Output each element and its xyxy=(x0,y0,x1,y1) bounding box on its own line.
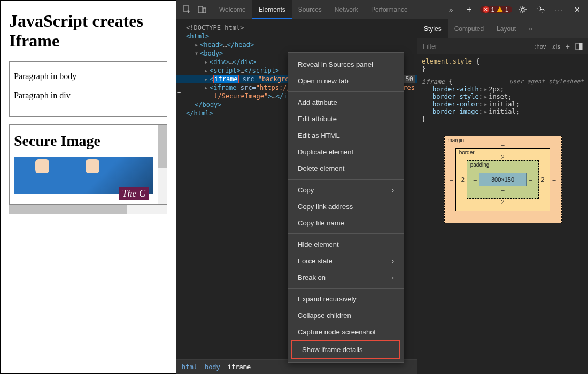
ctx-edit-html[interactable]: Edit as HTML xyxy=(288,127,404,144)
ctx-copy-file[interactable]: Copy file name xyxy=(288,215,404,231)
paragraph-box: Paragraph in body Paragraph in div xyxy=(9,61,167,117)
tab-network[interactable]: Network xyxy=(328,0,365,19)
iframe-badge: The C xyxy=(119,187,149,200)
error-icon: ✕ xyxy=(483,6,489,13)
more-tabs-icon[interactable]: » xyxy=(522,19,539,38)
bm-margin-label: margin xyxy=(448,137,465,143)
filter-input[interactable] xyxy=(417,43,530,50)
tab-performance[interactable]: Performance xyxy=(365,0,414,19)
gutter-dots-icon: ⋯ xyxy=(177,89,182,96)
prop-border-width[interactable]: border-width xyxy=(432,85,479,93)
bm-border-label: border xyxy=(459,150,475,155)
prop-border-style[interactable]: border-style xyxy=(432,93,479,100)
more-tabs-icon[interactable]: » xyxy=(445,3,458,16)
ctx-separator xyxy=(288,91,404,92)
ctx-expand[interactable]: Expand recursively xyxy=(288,291,404,307)
dom-ellipsis: … xyxy=(272,92,275,100)
new-rule-icon[interactable]: + xyxy=(566,42,570,51)
rule-element-style[interactable]: element.style xyxy=(422,58,472,65)
scrollbar-vertical[interactable] xyxy=(158,125,167,204)
line-end-text: res xyxy=(403,84,415,91)
box-model[interactable]: margin – – border 2 2 padding – xyxy=(444,136,562,223)
bm-padding-right: – xyxy=(529,176,532,183)
close-icon[interactable]: ✕ xyxy=(571,3,584,16)
dim-badge: 50 xyxy=(404,75,415,83)
dom-ellipsis: … xyxy=(241,67,244,74)
dom-iframe2[interactable]: <iframe xyxy=(210,84,237,91)
device-icon[interactable] xyxy=(196,3,208,16)
warning-icon xyxy=(497,6,503,12)
tab-elements[interactable]: Elements xyxy=(252,0,292,19)
crumb-iframe[interactable]: iframe xyxy=(228,363,251,371)
ctx-copy[interactable]: Copy› xyxy=(288,182,404,198)
ctx-open-new-tab[interactable]: Open in new tab xyxy=(288,73,404,89)
styles-tabs: Styles Computed Layout » xyxy=(417,19,588,38)
prop-value[interactable]: initial; xyxy=(489,100,520,108)
ctx-edit-attribute[interactable]: Edit attribute xyxy=(288,111,404,127)
dom-iframe-tag[interactable]: iframe xyxy=(213,75,238,83)
svg-rect-7 xyxy=(579,43,582,50)
cls-toggle[interactable]: .cls xyxy=(551,43,560,50)
kebab-icon[interactable]: ··· xyxy=(553,3,566,16)
dom-body-open[interactable]: <body> xyxy=(200,50,223,57)
rule-iframe-selector[interactable]: iframe xyxy=(422,78,445,85)
ctx-capture[interactable]: Capture node screenshot xyxy=(288,324,404,340)
ctx-reveal-sources[interactable]: Reveal in Sources panel xyxy=(288,56,404,73)
dom-script-close[interactable]: </script> xyxy=(244,67,279,74)
bm-margin-top: – xyxy=(450,142,556,148)
ctx-delete[interactable]: Delete element xyxy=(288,160,404,177)
iframe-heading: Secure Image xyxy=(14,133,163,150)
bm-border-bottom: 2 xyxy=(461,199,545,205)
prop-value[interactable]: 2px; xyxy=(489,85,504,93)
dom-head-open[interactable]: <head> xyxy=(200,41,223,49)
tab-welcome[interactable]: Welcome xyxy=(213,0,252,19)
iframe-preview[interactable]: Secure Image The C xyxy=(9,124,167,205)
dom-body-close[interactable]: </body> xyxy=(195,101,222,108)
prop-border-color[interactable]: border-color xyxy=(432,100,479,108)
prop-value[interactable]: inset; xyxy=(489,93,512,100)
crumb-body[interactable]: body xyxy=(205,363,220,371)
dom-attr-src: src= xyxy=(237,84,256,91)
dom-head-close[interactable]: </head> xyxy=(227,41,254,49)
chevron-right-icon: › xyxy=(392,257,394,265)
gear-icon[interactable] xyxy=(516,3,529,16)
tab-sources[interactable]: Sources xyxy=(292,0,328,19)
ctx-collapse[interactable]: Collapse children xyxy=(288,307,404,324)
svg-point-5 xyxy=(541,9,544,12)
ctx-force-state[interactable]: Force state› xyxy=(288,253,404,269)
ctx-break-on[interactable]: Break on› xyxy=(288,269,404,286)
scrollbar-horizontal[interactable] xyxy=(9,205,167,214)
svg-point-3 xyxy=(521,8,524,11)
crumb-html[interactable]: html xyxy=(182,363,197,371)
add-icon[interactable]: + xyxy=(463,3,476,16)
dom-doctype[interactable]: <!DOCTYPE html> xyxy=(186,24,244,32)
ctx-show-iframe-details[interactable]: Show iframe details xyxy=(291,340,400,359)
page-preview: JavaScript creates Iframe Paragraph in b… xyxy=(0,0,176,374)
inspect-icon[interactable] xyxy=(181,3,194,16)
ctx-hide[interactable]: Hide element xyxy=(288,236,404,253)
computed-toggle-icon[interactable] xyxy=(575,43,583,50)
dom-html-close[interactable]: </html> xyxy=(186,110,213,117)
dom-div-open[interactable]: <div> xyxy=(210,58,229,66)
warning-count: 1 xyxy=(505,6,508,13)
style-rules[interactable]: element.style { } iframe {user agent sty… xyxy=(417,54,588,126)
bm-padding-bottom: – xyxy=(473,186,533,193)
issues-badge[interactable]: ✕1 1 xyxy=(480,6,512,13)
bm-border-right: 2 xyxy=(541,176,544,183)
tab-computed[interactable]: Computed xyxy=(448,19,490,38)
ctx-copy-link[interactable]: Copy link address xyxy=(288,198,404,215)
dom-html-open[interactable]: <html> xyxy=(186,33,209,40)
prop-border-image[interactable]: border-image xyxy=(432,108,479,115)
dom-script-open[interactable]: <script> xyxy=(210,67,241,74)
prop-value[interactable]: initial; xyxy=(489,108,520,115)
ctx-add-attribute[interactable]: Add attribute xyxy=(288,94,404,111)
dom-div-close[interactable]: </div> xyxy=(233,58,256,66)
ctx-duplicate[interactable]: Duplicate element xyxy=(288,144,404,160)
dom-attr-val: t/SecureImage" xyxy=(214,92,268,100)
hov-toggle[interactable]: :hov xyxy=(535,43,546,50)
bm-margin-right: – xyxy=(552,176,555,183)
svg-rect-2 xyxy=(203,8,206,13)
feedback-icon[interactable] xyxy=(535,3,547,16)
tab-styles[interactable]: Styles xyxy=(417,19,448,38)
tab-layout[interactable]: Layout xyxy=(490,19,522,38)
